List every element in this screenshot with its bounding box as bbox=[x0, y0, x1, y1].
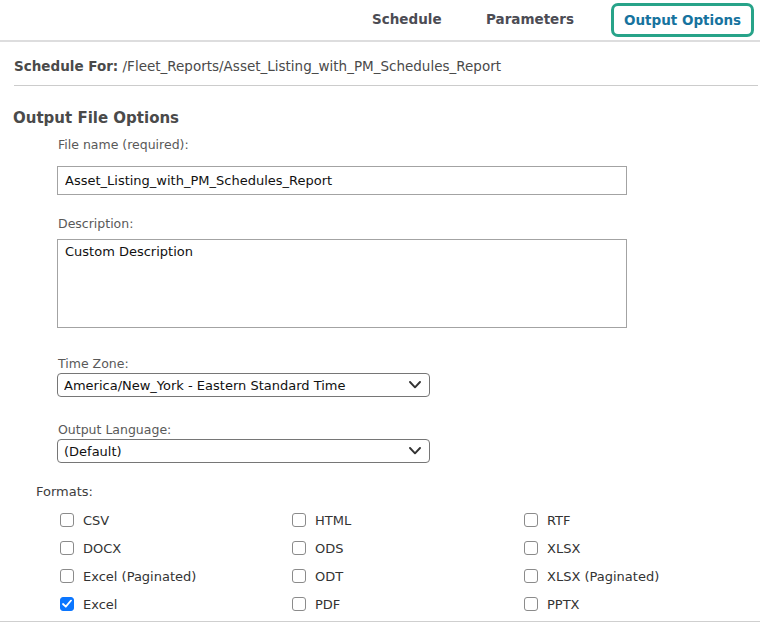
time-zone-label: Time Zone: bbox=[58, 356, 129, 371]
formats-column-2: HTML ODS ODT PDF bbox=[292, 506, 524, 618]
description-label: Description: bbox=[58, 216, 133, 231]
format-checkbox-docx[interactable]: DOCX bbox=[60, 534, 292, 562]
format-label: PPTX bbox=[547, 597, 580, 612]
format-label: Excel bbox=[83, 597, 117, 612]
checkbox[interactable] bbox=[524, 541, 538, 555]
format-label: PDF bbox=[315, 597, 340, 612]
formats-column-3: RTF XLSX XLSX (Paginated) PPTX bbox=[524, 506, 754, 618]
file-name-input[interactable] bbox=[57, 166, 627, 195]
format-label: XLSX bbox=[547, 541, 580, 556]
format-checkbox-rtf[interactable]: RTF bbox=[524, 506, 754, 534]
output-language-select[interactable]: (Default) bbox=[57, 439, 430, 463]
formats-column-1: CSV DOCX Excel (Paginated) Excel bbox=[60, 506, 292, 618]
schedule-for-path: /Fleet_Reports/Asset_Listing_with_PM_Sch… bbox=[123, 58, 501, 74]
file-name-label: File name (required): bbox=[58, 137, 189, 152]
format-checkbox-ods[interactable]: ODS bbox=[292, 534, 524, 562]
schedule-for-label: Schedule For: bbox=[14, 58, 118, 74]
divider bbox=[14, 85, 758, 86]
format-checkbox-excel-paginated[interactable]: Excel (Paginated) bbox=[60, 562, 292, 590]
checkbox[interactable] bbox=[524, 569, 538, 583]
schedule-for-line: Schedule For: /Fleet_Reports/Asset_Listi… bbox=[14, 58, 501, 74]
format-label: RTF bbox=[547, 513, 571, 528]
checkbox[interactable] bbox=[60, 513, 74, 527]
tab-output-options[interactable]: Output Options bbox=[611, 3, 754, 37]
format-checkbox-excel[interactable]: Excel bbox=[60, 590, 292, 618]
format-label: ODS bbox=[315, 541, 344, 556]
checkbox[interactable] bbox=[60, 597, 74, 611]
tab-output-options-label: Output Options bbox=[624, 12, 741, 28]
checkbox[interactable] bbox=[292, 513, 306, 527]
format-checkbox-odt[interactable]: ODT bbox=[292, 562, 524, 590]
checkbox[interactable] bbox=[292, 541, 306, 555]
format-label: HTML bbox=[315, 513, 351, 528]
section-title: Output File Options bbox=[13, 109, 179, 127]
format-checkbox-html[interactable]: HTML bbox=[292, 506, 524, 534]
format-label: DOCX bbox=[83, 541, 121, 556]
tab-bar: Schedule Parameters Output Options bbox=[0, 0, 760, 42]
format-checkbox-xlsx-paginated[interactable]: XLSX (Paginated) bbox=[524, 562, 754, 590]
time-zone-select-wrap: America/New_York - Eastern Standard Time bbox=[57, 373, 430, 397]
format-checkbox-xlsx[interactable]: XLSX bbox=[524, 534, 754, 562]
time-zone-select[interactable]: America/New_York - Eastern Standard Time bbox=[57, 373, 430, 397]
output-options-page: Schedule Parameters Output Options Sched… bbox=[0, 0, 760, 632]
format-label: Excel (Paginated) bbox=[83, 569, 196, 584]
checkbox[interactable] bbox=[524, 513, 538, 527]
checkbox[interactable] bbox=[292, 597, 306, 611]
format-label: ODT bbox=[315, 569, 343, 584]
tab-parameters[interactable]: Parameters bbox=[486, 11, 574, 27]
divider bbox=[0, 621, 760, 622]
format-label: XLSX (Paginated) bbox=[547, 569, 659, 584]
format-checkbox-pdf[interactable]: PDF bbox=[292, 590, 524, 618]
output-language-select-wrap: (Default) bbox=[57, 439, 430, 463]
format-checkbox-csv[interactable]: CSV bbox=[60, 506, 292, 534]
description-textarea[interactable]: Custom Description bbox=[57, 239, 627, 328]
checkbox[interactable] bbox=[292, 569, 306, 583]
checkbox[interactable] bbox=[60, 569, 74, 583]
tab-schedule[interactable]: Schedule bbox=[372, 11, 442, 27]
format-label: CSV bbox=[83, 513, 109, 528]
formats-grid: CSV DOCX Excel (Paginated) Excel bbox=[60, 506, 754, 618]
checkbox[interactable] bbox=[524, 597, 538, 611]
output-language-label: Output Language: bbox=[58, 422, 171, 437]
format-checkbox-pptx[interactable]: PPTX bbox=[524, 590, 754, 618]
formats-label: Formats: bbox=[36, 484, 93, 499]
checkbox[interactable] bbox=[60, 541, 74, 555]
